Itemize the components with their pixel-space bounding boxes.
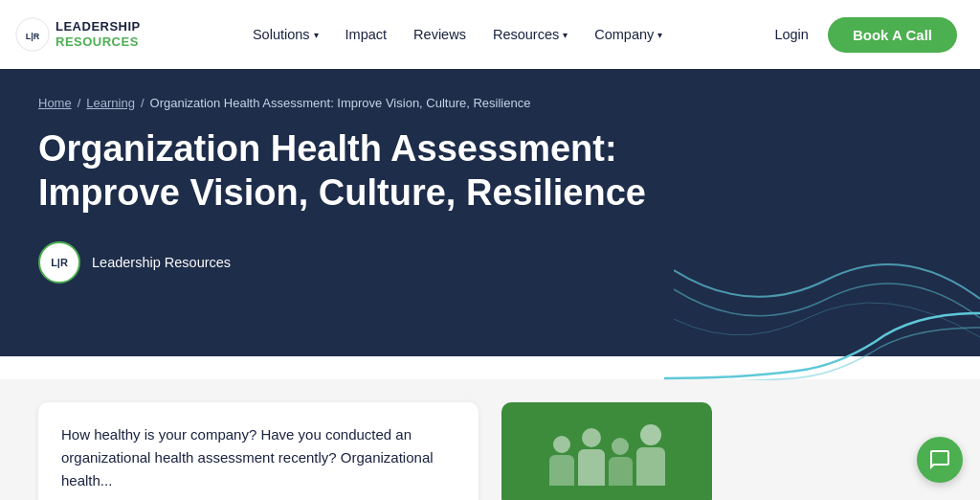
breadcrumb-home[interactable]: Home (38, 96, 72, 110)
avatar: L|R (38, 241, 80, 284)
svg-text:L|R: L|R (26, 32, 40, 41)
breadcrumb-current: Organization Health Assessment: Improve … (150, 96, 531, 110)
logo[interactable]: L|R LEADERSHIPRESOURCES (15, 17, 141, 52)
person-3 (609, 438, 633, 486)
nav-resources[interactable]: Resources ▾ (493, 27, 568, 42)
header-right: Login Book A Call (774, 17, 957, 53)
nav-company[interactable]: Company ▾ (594, 27, 662, 42)
chat-icon (928, 448, 951, 471)
breadcrumb-sep-2: / (141, 96, 145, 110)
people-image (540, 415, 675, 495)
logo-icon: L|R (15, 17, 50, 52)
green-image-card (501, 402, 712, 500)
article-preview-card: How healthy is your company? Have you co… (38, 402, 479, 500)
chat-bubble[interactable] (917, 437, 963, 483)
logo-text: LEADERSHIPRESOURCES (56, 19, 141, 49)
main-nav: Solutions ▾ Impact Reviews Resources ▾ C… (253, 27, 662, 42)
person-2 (578, 428, 605, 486)
nav-reviews[interactable]: Reviews (413, 27, 466, 42)
white-gap (0, 356, 980, 379)
article-preview-text: How healthy is your company? Have you co… (61, 423, 456, 492)
person-1 (549, 436, 574, 486)
nav-solutions[interactable]: Solutions ▾ (253, 27, 319, 42)
breadcrumb: Home / Learning / Organization Health As… (38, 96, 942, 110)
nav-impact[interactable]: Impact (345, 27, 388, 42)
person-4 (636, 424, 665, 486)
curve-decoration (664, 304, 980, 380)
breadcrumb-learning[interactable]: Learning (86, 96, 135, 110)
login-button[interactable]: Login (774, 27, 808, 42)
page-title: Organization Health Assessment: Improve … (38, 127, 727, 215)
chevron-down-icon: ▾ (563, 30, 568, 40)
chevron-down-icon: ▾ (314, 30, 319, 40)
chevron-down-icon: ▾ (657, 30, 662, 40)
book-call-button[interactable]: Book A Call (828, 17, 957, 53)
breadcrumb-sep-1: / (78, 96, 81, 110)
author-name: Leadership Resources (92, 255, 231, 270)
bottom-section: How healthy is your company? Have you co… (0, 379, 980, 500)
header: L|R LEADERSHIPRESOURCES Solutions ▾ Impa… (0, 0, 980, 69)
